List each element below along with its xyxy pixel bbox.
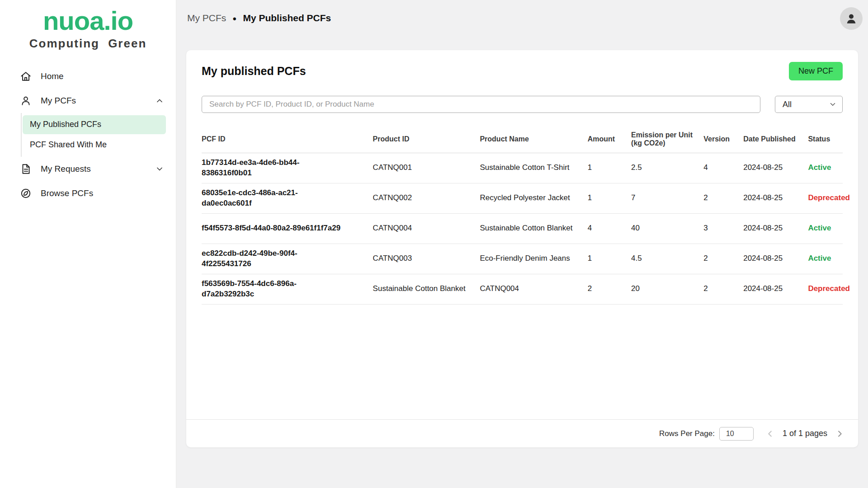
cell-amount: 1 <box>588 183 631 213</box>
cell-product-id: CATNQ003 <box>373 244 480 274</box>
cell-amount: 4 <box>588 213 631 244</box>
table-row[interactable]: ec822cdb-d242-49be-90f4-4f2255431726 CAT… <box>202 244 843 274</box>
sidebar-item-my-published-pcfs[interactable]: My Published PCFs <box>23 115 166 134</box>
column-header-pcf-id: PCF ID <box>202 126 373 153</box>
main-area: My PCFs ● My Published PCFs My published… <box>176 0 868 488</box>
rows-per-page-label: Rows Per Page: <box>659 429 715 438</box>
cell-product-id: CATNQ002 <box>373 183 480 213</box>
chevron-up-icon <box>155 96 164 105</box>
cell-emission: 7 <box>631 183 703 213</box>
cell-pcf-id: 68035e1e-cdc3-486a-ac21-da0ec0ac601f <box>202 183 373 213</box>
table-row[interactable]: 1b77314d-ee3a-4de6-bb44-8386316f0b01 CAT… <box>202 153 843 183</box>
next-page-icon[interactable] <box>835 429 844 439</box>
column-header-emission: Emission per Unit (kg CO2e) <box>631 126 703 153</box>
status-badge: Deprecated <box>808 183 843 213</box>
chevron-down-icon <box>155 164 164 174</box>
leaf-compass-icon <box>20 188 32 199</box>
table-row[interactable]: f54f5573-8f5d-44a0-80a2-89e61f1f7a29 CAT… <box>202 213 843 244</box>
cell-product-name: Eco-Friendly Denim Jeans <box>480 244 587 274</box>
column-header-amount: Amount <box>588 126 631 153</box>
cell-emission: 4.5 <box>631 244 703 274</box>
cell-version: 2 <box>703 183 743 213</box>
cell-product-name: Recycled Polyester Jacket <box>480 183 587 213</box>
cell-date-published: 2024-08-25 <box>743 244 808 274</box>
cell-date-published: 2024-08-25 <box>743 153 808 183</box>
table-header-row: PCF ID Product ID Product Name Amount Em… <box>202 126 843 153</box>
cell-pcf-id: f563569b-7554-4dc6-896a-d7a2b3292b3c <box>202 274 373 304</box>
cell-product-name: Sustainable Cotton Blanket <box>480 213 587 244</box>
chevron-down-icon <box>829 100 837 108</box>
cell-emission: 2.5 <box>631 153 703 183</box>
cell-emission: 40 <box>631 213 703 244</box>
breadcrumb-my-pcfs[interactable]: My PCFs <box>187 13 226 23</box>
column-header-product-id: Product ID <box>373 126 480 153</box>
breadcrumb: My PCFs ● My Published PCFs <box>187 13 331 23</box>
breadcrumb-current: My Published PCFs <box>243 13 331 23</box>
sidebar-item-browse-pcfs[interactable]: Browse PCFs <box>0 181 176 206</box>
emission-header-line2: (kg CO2e) <box>631 139 698 147</box>
cell-pcf-id: 1b77314d-ee3a-4de6-bb44-8386316f0b01 <box>202 153 373 183</box>
sidebar-item-label: My Published PCFs <box>30 120 101 129</box>
table-row[interactable]: f563569b-7554-4dc6-896a-d7a2b3292b3c Sus… <box>202 274 843 304</box>
person-icon <box>844 12 858 25</box>
brand-block: nuoa.io Computing Green <box>0 0 176 51</box>
sidebar: nuoa.io Computing Green Home My PCFs My … <box>0 0 176 488</box>
pagination-bar: Rows Per Page: 1 of 1 pages <box>186 419 858 447</box>
sidebar-item-label: PCF Shared With Me <box>30 140 107 150</box>
cell-version: 2 <box>703 274 743 304</box>
sidebar-item-my-requests[interactable]: My Requests <box>0 157 176 181</box>
new-pcf-button[interactable]: New PCF <box>789 62 843 80</box>
page-info: 1 of 1 pages <box>783 429 827 438</box>
table-row[interactable]: 68035e1e-cdc3-486a-ac21-da0ec0ac601f CAT… <box>202 183 843 213</box>
page-title: My published PCFs <box>202 65 306 78</box>
published-pcfs-card: My published PCFs New PCF All PCF I <box>186 50 858 447</box>
sidebar-item-label: Browse PCFs <box>41 188 93 198</box>
emission-header-line1: Emission per Unit <box>631 131 698 139</box>
column-header-status: Status <box>808 126 843 153</box>
pcf-table: PCF ID Product ID Product Name Amount Em… <box>186 126 858 305</box>
status-filter-select[interactable]: All <box>775 96 843 113</box>
cell-pcf-id: f54f5573-8f5d-44a0-80a2-89e61f1f7a29 <box>202 213 373 244</box>
search-input[interactable] <box>202 96 760 113</box>
sidebar-item-label: My Requests <box>41 164 91 174</box>
cell-date-published: 2024-08-25 <box>743 183 808 213</box>
cell-product-id: CATNQ001 <box>373 153 480 183</box>
cell-date-published: 2024-08-25 <box>743 274 808 304</box>
cell-version: 3 <box>703 213 743 244</box>
cell-product-name: Sustainable Cotton T-Shirt <box>480 153 587 183</box>
sidebar-item-label: My PCFs <box>41 96 76 106</box>
cell-version: 2 <box>703 244 743 274</box>
prev-page-icon[interactable] <box>765 429 775 439</box>
my-pcfs-submenu: My Published PCFs PCF Shared With Me <box>21 113 176 157</box>
home-icon <box>20 70 32 82</box>
sidebar-item-label: Home <box>41 71 64 81</box>
column-header-version: Version <box>703 126 743 153</box>
status-badge: Deprecated <box>808 274 843 304</box>
cell-amount: 2 <box>588 274 631 304</box>
document-icon <box>20 163 32 175</box>
cell-amount: 1 <box>588 153 631 183</box>
column-header-date-published: Date Published <box>743 126 808 153</box>
status-badge: Active <box>808 244 843 274</box>
breadcrumb-separator-icon: ● <box>232 14 236 22</box>
sidebar-item-pcf-shared-with-me[interactable]: PCF Shared With Me <box>23 136 166 155</box>
logo: nuoa.io <box>0 7 176 35</box>
rows-per-page-input[interactable] <box>719 427 754 441</box>
column-header-product-name: Product Name <box>480 126 587 153</box>
cell-emission: 20 <box>631 274 703 304</box>
cell-pcf-id: ec822cdb-d242-49be-90f4-4f2255431726 <box>202 244 373 274</box>
user-avatar[interactable] <box>840 7 863 30</box>
filter-selected-value: All <box>783 100 792 109</box>
cell-version: 4 <box>703 153 743 183</box>
cell-product-id: CATNQ004 <box>373 213 480 244</box>
person-icon <box>20 95 32 107</box>
sidebar-item-home[interactable]: Home <box>0 64 176 89</box>
cell-product-name: CATNQ004 <box>480 274 587 304</box>
sidebar-item-my-pcfs[interactable]: My PCFs <box>0 89 176 113</box>
sidebar-nav: Home My PCFs My Published PCFs PCF Share… <box>0 64 176 206</box>
cell-date-published: 2024-08-25 <box>743 213 808 244</box>
status-badge: Active <box>808 153 843 183</box>
cell-amount: 1 <box>588 244 631 274</box>
status-badge: Active <box>808 213 843 244</box>
cell-product-id: Sustainable Cotton Blanket <box>373 274 480 304</box>
